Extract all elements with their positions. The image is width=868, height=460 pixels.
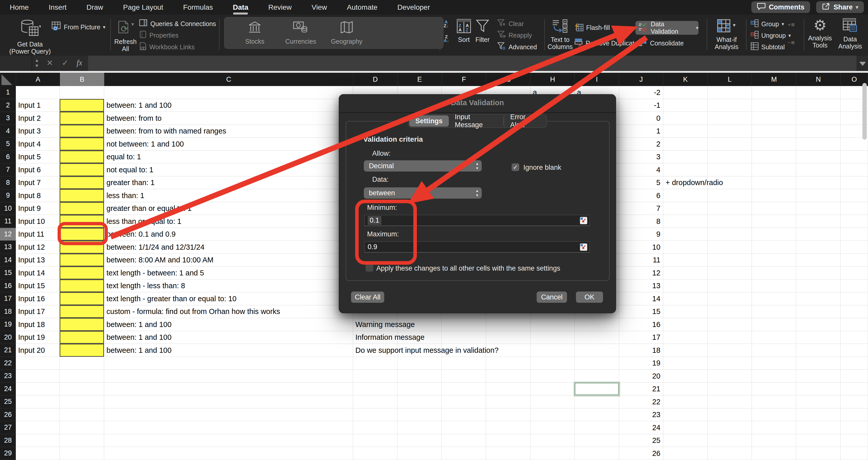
- cell-L4[interactable]: [708, 125, 752, 138]
- cell-A10[interactable]: Input 9: [16, 202, 60, 215]
- cell-N14[interactable]: [796, 254, 841, 267]
- cell-M8[interactable]: [752, 176, 796, 189]
- cell-K28[interactable]: [663, 434, 708, 447]
- cell-G23[interactable]: [486, 370, 530, 382]
- group-button[interactable]: + Group ▾: [750, 19, 784, 29]
- cell-I21[interactable]: [575, 344, 619, 357]
- cell-O6[interactable]: [841, 151, 868, 164]
- cell-H20[interactable]: [530, 331, 575, 344]
- cell-E27[interactable]: [398, 421, 442, 434]
- cell-J5[interactable]: 2: [619, 137, 663, 151]
- cell-C4[interactable]: between: from to with named ranges: [104, 125, 353, 138]
- cell-C5[interactable]: not between: 1 and 100: [104, 137, 353, 151]
- data-dropdown[interactable]: between ▴▾: [364, 187, 482, 198]
- cell-M21[interactable]: [752, 344, 796, 357]
- cell-K8[interactable]: + dropdown/radio: [663, 176, 708, 189]
- cell-M14[interactable]: [752, 254, 796, 267]
- cell-N22[interactable]: [796, 357, 841, 370]
- cell-B21[interactable]: [60, 344, 104, 357]
- cell-L1[interactable]: [708, 86, 752, 99]
- cell-B9[interactable]: [60, 189, 104, 202]
- cell-F28[interactable]: [442, 434, 486, 447]
- select-all-corner[interactable]: [0, 73, 16, 86]
- cell-I25[interactable]: [575, 395, 619, 408]
- cell-L21[interactable]: [708, 344, 752, 357]
- cell-C3[interactable]: between: from to: [104, 112, 353, 125]
- minimum-field[interactable]: 0.1: [364, 215, 590, 226]
- cell-L12[interactable]: [708, 228, 752, 241]
- menu-formulas[interactable]: Formulas: [183, 3, 213, 11]
- vertical-scrollbar[interactable]: [862, 83, 867, 140]
- apply-all-checkbox[interactable]: [366, 264, 373, 272]
- cell-C22[interactable]: [104, 357, 353, 370]
- cell-A7[interactable]: Input 6: [16, 163, 60, 176]
- cell-O11[interactable]: [841, 215, 868, 228]
- cell-K24[interactable]: [663, 382, 708, 396]
- cell-A19[interactable]: Input 18: [16, 318, 60, 331]
- cell-I29[interactable]: [575, 447, 619, 460]
- cell-C17[interactable]: text length - greater than or equal to: …: [104, 292, 353, 305]
- ungroup-button[interactable]: Ungroup ▾: [750, 31, 791, 40]
- cell-M19[interactable]: [752, 318, 796, 331]
- cell-N11[interactable]: [796, 215, 841, 228]
- cell-K6[interactable]: [663, 151, 708, 164]
- cell-O7[interactable]: [841, 163, 868, 176]
- row-header-26[interactable]: 26: [0, 408, 16, 422]
- insert-function-icon[interactable]: fx: [76, 58, 82, 67]
- cell-L3[interactable]: [708, 112, 752, 125]
- cell-O13[interactable]: [841, 241, 868, 254]
- cell-A25[interactable]: [16, 395, 60, 408]
- ignore-blank-checkbox[interactable]: ✓: [512, 163, 519, 171]
- cell-K3[interactable]: [663, 112, 708, 125]
- cell-O28[interactable]: [841, 434, 868, 447]
- cell-K13[interactable]: [663, 241, 708, 254]
- clear-filter-button[interactable]: Clear: [497, 19, 524, 28]
- cell-M23[interactable]: [752, 370, 796, 382]
- cell-C20[interactable]: between: 1 and 100: [104, 331, 353, 344]
- cell-A14[interactable]: Input 13: [16, 254, 60, 267]
- cell-B1[interactable]: [60, 86, 104, 99]
- cell-F27[interactable]: [442, 421, 486, 434]
- cell-N4[interactable]: [796, 125, 841, 138]
- cell-L29[interactable]: [708, 447, 752, 460]
- cell-M12[interactable]: [752, 228, 796, 241]
- cell-L26[interactable]: [708, 408, 752, 422]
- cell-B22[interactable]: [60, 357, 104, 370]
- cell-L22[interactable]: [708, 357, 752, 370]
- cell-H28[interactable]: [530, 434, 575, 447]
- cell-J22[interactable]: 19: [619, 357, 663, 370]
- cell-D20[interactable]: Information message: [353, 331, 398, 344]
- column-header-J[interactable]: J: [619, 73, 663, 86]
- cell-A18[interactable]: Input 17: [16, 305, 60, 318]
- column-header-C[interactable]: C: [104, 73, 353, 86]
- cell-F20[interactable]: [442, 331, 486, 344]
- cell-J14[interactable]: 11: [619, 254, 663, 267]
- cell-I22[interactable]: [575, 357, 619, 370]
- data-analysis-button[interactable]: Data Analysis: [835, 18, 865, 50]
- row-header-28[interactable]: 28: [0, 434, 16, 447]
- cell-E24[interactable]: [398, 382, 442, 396]
- confirm-entry-icon[interactable]: ✓: [62, 58, 68, 68]
- cell-J23[interactable]: 20: [619, 370, 663, 382]
- cell-D29[interactable]: [353, 447, 398, 460]
- cell-K14[interactable]: [663, 254, 708, 267]
- cell-A2[interactable]: Input 1: [16, 99, 60, 112]
- cell-N28[interactable]: [796, 434, 841, 447]
- cell-E22[interactable]: [398, 357, 442, 370]
- cell-C27[interactable]: [104, 421, 353, 434]
- cell-L19[interactable]: [708, 318, 752, 331]
- cell-J24[interactable]: 21: [619, 382, 663, 396]
- cell-C7[interactable]: not equal to: 1: [104, 163, 353, 176]
- cell-N7[interactable]: [796, 163, 841, 176]
- cell-D28[interactable]: [353, 434, 398, 447]
- clear-all-button[interactable]: Clear All: [351, 292, 384, 303]
- cell-M5[interactable]: [752, 137, 796, 151]
- cell-C24[interactable]: [104, 382, 353, 396]
- cell-M3[interactable]: [752, 112, 796, 125]
- menu-page-layout[interactable]: Page Layout: [123, 3, 163, 11]
- cell-M13[interactable]: [752, 241, 796, 254]
- cell-J12[interactable]: 9: [619, 228, 663, 241]
- cell-J15[interactable]: 12: [619, 267, 663, 279]
- cell-M24[interactable]: [752, 382, 796, 396]
- cell-N24[interactable]: [796, 382, 841, 396]
